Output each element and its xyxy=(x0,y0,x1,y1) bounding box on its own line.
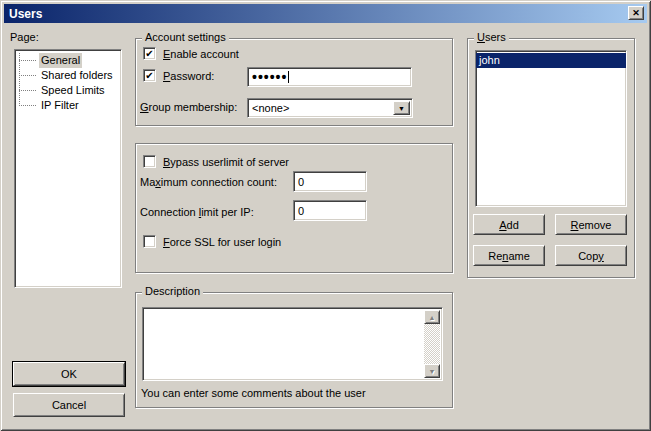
description-input[interactable]: ▲ ▼ xyxy=(142,307,443,381)
page-tree: General Shared folders Speed Limits IP F… xyxy=(14,49,122,288)
max-connection-count-input[interactable]: 0 xyxy=(293,171,367,192)
button-label: Rename xyxy=(488,250,530,262)
force-ssl-checkbox[interactable]: Force SSL for user login xyxy=(143,235,281,248)
window-title: Users xyxy=(4,7,42,21)
description-hint: You can enter some comments about the us… xyxy=(141,387,366,400)
scrollbar[interactable]: ▲ ▼ xyxy=(424,310,440,378)
password-value: •••••• xyxy=(252,72,287,82)
enable-account-checkbox[interactable]: ✔ Enable account xyxy=(143,47,239,60)
title-bar[interactable]: Users ✕ xyxy=(4,4,647,23)
tree-item-speed-limits[interactable]: Speed Limits xyxy=(15,83,121,98)
checkbox[interactable]: ✔ xyxy=(143,47,156,60)
connection-limit-per-ip-input[interactable]: 0 xyxy=(293,200,367,221)
scroll-down-button[interactable]: ▼ xyxy=(424,364,440,378)
tree-item-ip-filter[interactable]: IP Filter xyxy=(15,98,121,113)
button-label: Remove xyxy=(571,219,612,231)
button-label: Add xyxy=(499,219,519,231)
button-label: Copy xyxy=(578,250,604,262)
field-value: 0 xyxy=(298,205,304,217)
add-button[interactable]: Add xyxy=(473,214,545,235)
bypass-userlimit-checkbox[interactable]: Bypass userlimit of server xyxy=(143,155,289,168)
tree-item-general[interactable]: General xyxy=(15,53,121,68)
tree-item-label: Speed Limits xyxy=(39,83,107,98)
group-title: Description xyxy=(142,285,203,298)
cancel-button[interactable]: Cancel xyxy=(13,393,125,417)
close-icon: ✕ xyxy=(632,8,640,18)
users-dialog: Users ✕ Page: General Shared folders Spe… xyxy=(0,0,651,431)
checkbox-label: Enable account xyxy=(163,48,239,60)
remove-button[interactable]: Remove xyxy=(555,214,627,235)
scroll-down-icon: ▼ xyxy=(429,368,436,375)
tree-item-label: IP Filter xyxy=(39,98,81,113)
group-title: Account settings xyxy=(142,31,229,44)
selected-option: <none> xyxy=(252,101,289,116)
check-icon: ✔ xyxy=(145,49,153,59)
tree-item-label: Shared folders xyxy=(39,68,115,83)
connection-limit-per-ip-label: Connection limit per IP: xyxy=(140,206,254,219)
max-connection-count-label: Maximum connection count: xyxy=(140,176,277,189)
checkbox[interactable] xyxy=(143,155,156,168)
dropdown-button[interactable]: ▼ xyxy=(393,101,410,115)
rename-button[interactable]: Rename xyxy=(473,245,545,266)
scroll-up-button[interactable]: ▲ xyxy=(424,310,440,324)
scroll-up-icon: ▲ xyxy=(429,314,436,321)
chevron-down-icon: ▼ xyxy=(398,105,405,112)
text-caret xyxy=(288,71,289,83)
checkbox-label: Force SSL for user login xyxy=(163,236,281,248)
field-value: 0 xyxy=(298,176,304,188)
checkbox-label: Password: xyxy=(163,70,214,82)
password-input[interactable]: •••••• xyxy=(247,67,412,87)
ok-button[interactable]: OK xyxy=(13,362,125,386)
checkbox[interactable] xyxy=(143,235,156,248)
password-checkbox[interactable]: ✔ Password: xyxy=(143,69,214,82)
users-list: john xyxy=(475,50,627,207)
check-icon: ✔ xyxy=(145,71,153,81)
page-label: Page: xyxy=(10,31,39,44)
group-title: Users xyxy=(474,31,509,44)
checkbox[interactable]: ✔ xyxy=(143,69,156,82)
tree-item-label: General xyxy=(39,53,82,68)
group-membership-label: Group membership: xyxy=(140,101,237,114)
tree-item-shared-folders[interactable]: Shared folders xyxy=(15,68,121,83)
checkbox-label: Bypass userlimit of server xyxy=(163,156,289,168)
copy-button[interactable]: Copy xyxy=(555,245,627,266)
group-membership-select[interactable]: <none> ▼ xyxy=(247,98,413,118)
close-button[interactable]: ✕ xyxy=(628,6,644,20)
list-item-john[interactable]: john xyxy=(476,53,626,68)
scrollbar-track[interactable] xyxy=(424,324,440,364)
